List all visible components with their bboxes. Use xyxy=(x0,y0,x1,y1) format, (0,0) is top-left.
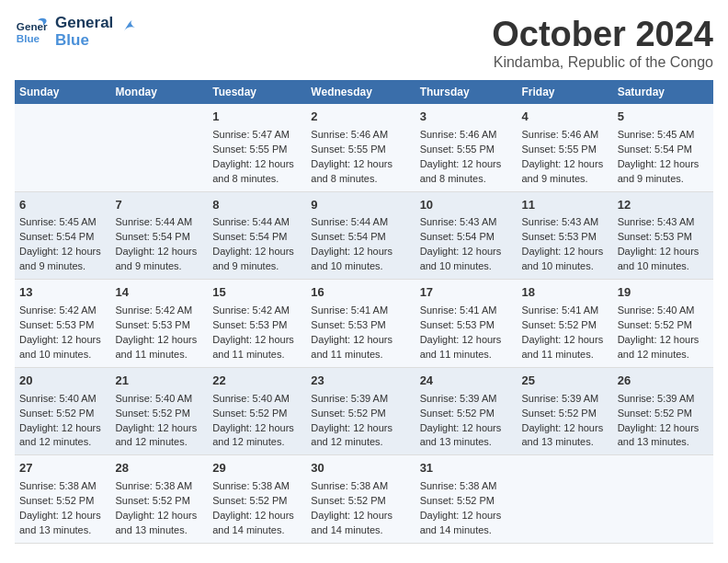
calendar-cell: 23Sunrise: 5:39 AMSunset: 5:52 PMDayligh… xyxy=(306,367,415,455)
cell-sunset: Sunset: 5:53 PM xyxy=(19,318,107,333)
calendar-table: SundayMondayTuesdayWednesdayThursdayFrid… xyxy=(15,80,713,544)
cell-sunset: Sunset: 5:53 PM xyxy=(212,318,301,333)
calendar-cell: 22Sunrise: 5:40 AMSunset: 5:52 PMDayligh… xyxy=(208,367,306,455)
week-row-3: 13Sunrise: 5:42 AMSunset: 5:53 PMDayligh… xyxy=(15,280,713,368)
cell-sunset: Sunset: 5:53 PM xyxy=(521,230,608,245)
cell-daylight: Daylight: 12 hours and 11 minutes. xyxy=(212,333,301,362)
cell-date: 28 xyxy=(116,460,204,477)
cell-date: 13 xyxy=(19,284,107,302)
calendar-cell: 15Sunrise: 5:42 AMSunset: 5:53 PMDayligh… xyxy=(208,280,306,368)
calendar-cell: 7Sunrise: 5:44 AMSunset: 5:54 PMDaylight… xyxy=(111,191,209,280)
calendar-cell: 2Sunrise: 5:46 AMSunset: 5:55 PMDaylight… xyxy=(306,104,415,191)
cell-sunset: Sunset: 5:55 PM xyxy=(420,143,513,157)
cell-date: 22 xyxy=(212,373,301,390)
page-subtitle: Kindamba, Republic of the Congo xyxy=(492,54,713,71)
cell-sunrise: Sunrise: 5:46 AM xyxy=(420,128,513,143)
cell-date: 24 xyxy=(420,373,513,390)
logo-icon: General Blue xyxy=(15,16,48,49)
calendar-cell: 20Sunrise: 5:40 AMSunset: 5:52 PMDayligh… xyxy=(15,367,111,455)
cell-date: 17 xyxy=(420,284,513,302)
cell-sunset: Sunset: 5:52 PM xyxy=(212,494,301,509)
svg-text:Blue: Blue xyxy=(17,31,40,43)
cell-date: 2 xyxy=(311,109,410,126)
day-header-sunday: Sunday xyxy=(15,80,111,104)
cell-date: 3 xyxy=(420,109,513,126)
cell-daylight: Daylight: 12 hours and 9 minutes. xyxy=(618,157,709,187)
cell-date: 31 xyxy=(420,460,513,477)
day-header-friday: Friday xyxy=(517,80,612,104)
page-header: General Blue General Blue October 2024 K… xyxy=(15,15,713,71)
title-section: October 2024 Kindamba, Republic of the C… xyxy=(492,15,713,71)
cell-sunrise: Sunrise: 5:44 AM xyxy=(311,215,410,230)
calendar-cell: 31Sunrise: 5:38 AMSunset: 5:52 PMDayligh… xyxy=(415,455,518,544)
cell-daylight: Daylight: 12 hours and 11 minutes. xyxy=(420,333,513,362)
cell-daylight: Daylight: 12 hours and 13 minutes. xyxy=(521,421,608,451)
cell-sunset: Sunset: 5:52 PM xyxy=(311,407,410,421)
cell-date: 25 xyxy=(521,373,608,390)
cell-sunrise: Sunrise: 5:40 AM xyxy=(19,392,107,407)
cell-sunrise: Sunrise: 5:41 AM xyxy=(311,304,410,318)
cell-sunset: Sunset: 5:53 PM xyxy=(311,318,410,333)
calendar-cell: 6Sunrise: 5:45 AMSunset: 5:54 PMDaylight… xyxy=(15,191,111,280)
cell-daylight: Daylight: 12 hours and 12 minutes. xyxy=(19,421,107,451)
week-row-1: 1Sunrise: 5:47 AMSunset: 5:55 PMDaylight… xyxy=(15,104,713,191)
calendar-cell: 24Sunrise: 5:39 AMSunset: 5:52 PMDayligh… xyxy=(415,367,518,455)
cell-date: 20 xyxy=(19,373,107,390)
cell-sunrise: Sunrise: 5:42 AM xyxy=(19,304,107,318)
cell-daylight: Daylight: 12 hours and 14 minutes. xyxy=(311,509,410,538)
week-row-5: 27Sunrise: 5:38 AMSunset: 5:52 PMDayligh… xyxy=(15,455,713,544)
cell-date: 5 xyxy=(618,109,709,126)
cell-daylight: Daylight: 12 hours and 10 minutes. xyxy=(618,245,709,274)
cell-sunrise: Sunrise: 5:40 AM xyxy=(618,304,709,318)
cell-date: 23 xyxy=(311,373,410,390)
cell-sunrise: Sunrise: 5:38 AM xyxy=(116,479,204,494)
cell-daylight: Daylight: 12 hours and 14 minutes. xyxy=(212,509,301,538)
cell-sunrise: Sunrise: 5:41 AM xyxy=(420,304,513,318)
cell-daylight: Daylight: 12 hours and 10 minutes. xyxy=(19,333,107,362)
cell-daylight: Daylight: 12 hours and 9 minutes. xyxy=(19,245,107,274)
cell-sunset: Sunset: 5:52 PM xyxy=(116,494,204,509)
cell-sunset: Sunset: 5:53 PM xyxy=(618,230,709,245)
cell-sunrise: Sunrise: 5:38 AM xyxy=(311,479,410,494)
cell-daylight: Daylight: 12 hours and 11 minutes. xyxy=(116,333,204,362)
page-title: October 2024 xyxy=(492,15,713,54)
cell-daylight: Daylight: 12 hours and 11 minutes. xyxy=(521,333,608,362)
cell-sunrise: Sunrise: 5:45 AM xyxy=(618,128,709,143)
calendar-cell: 3Sunrise: 5:46 AMSunset: 5:55 PMDaylight… xyxy=(415,104,518,191)
cell-sunrise: Sunrise: 5:43 AM xyxy=(521,215,608,230)
cell-date: 11 xyxy=(521,197,608,214)
bird-icon xyxy=(119,18,139,39)
cell-date: 29 xyxy=(212,460,301,477)
calendar-cell: 29Sunrise: 5:38 AMSunset: 5:52 PMDayligh… xyxy=(208,455,306,544)
logo-blue: Blue xyxy=(55,32,113,50)
cell-date: 12 xyxy=(618,197,709,214)
cell-date: 18 xyxy=(521,284,608,302)
calendar-cell: 17Sunrise: 5:41 AMSunset: 5:53 PMDayligh… xyxy=(415,280,518,368)
calendar-cell: 27Sunrise: 5:38 AMSunset: 5:52 PMDayligh… xyxy=(15,455,111,544)
cell-sunset: Sunset: 5:52 PM xyxy=(521,318,608,333)
cell-sunset: Sunset: 5:52 PM xyxy=(116,407,204,421)
cell-date: 15 xyxy=(212,284,301,302)
cell-daylight: Daylight: 12 hours and 8 minutes. xyxy=(420,157,513,187)
calendar-cell: 19Sunrise: 5:40 AMSunset: 5:52 PMDayligh… xyxy=(613,280,713,368)
calendar-cell: 8Sunrise: 5:44 AMSunset: 5:54 PMDaylight… xyxy=(208,191,306,280)
cell-daylight: Daylight: 12 hours and 9 minutes. xyxy=(212,245,301,274)
cell-date: 1 xyxy=(212,109,301,126)
day-header-saturday: Saturday xyxy=(613,80,713,104)
cell-date: 30 xyxy=(311,460,410,477)
day-header-wednesday: Wednesday xyxy=(306,80,415,104)
cell-sunset: Sunset: 5:52 PM xyxy=(212,407,301,421)
calendar-cell xyxy=(613,455,713,544)
calendar-cell: 14Sunrise: 5:42 AMSunset: 5:53 PMDayligh… xyxy=(111,280,209,368)
cell-sunrise: Sunrise: 5:42 AM xyxy=(116,304,204,318)
week-row-2: 6Sunrise: 5:45 AMSunset: 5:54 PMDaylight… xyxy=(15,191,713,280)
cell-daylight: Daylight: 12 hours and 13 minutes. xyxy=(19,509,107,538)
cell-daylight: Daylight: 12 hours and 13 minutes. xyxy=(116,509,204,538)
cell-date: 19 xyxy=(618,284,709,302)
cell-sunrise: Sunrise: 5:46 AM xyxy=(311,128,410,143)
cell-daylight: Daylight: 12 hours and 8 minutes. xyxy=(311,157,410,187)
cell-sunrise: Sunrise: 5:39 AM xyxy=(420,392,513,407)
calendar-cell: 1Sunrise: 5:47 AMSunset: 5:55 PMDaylight… xyxy=(208,104,306,191)
cell-sunset: Sunset: 5:53 PM xyxy=(420,318,513,333)
calendar-cell: 26Sunrise: 5:39 AMSunset: 5:52 PMDayligh… xyxy=(613,367,713,455)
